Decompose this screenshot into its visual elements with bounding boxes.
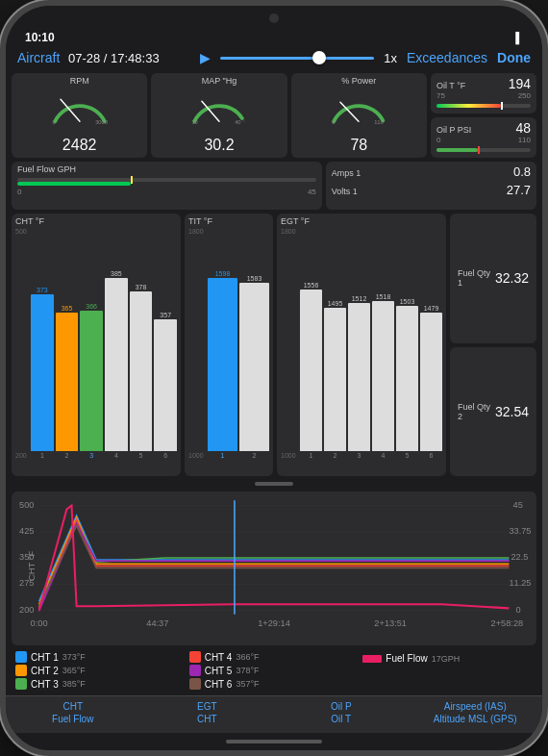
cht6-label: CHT 6 xyxy=(205,679,233,690)
tab-airspeed-alt[interactable]: Airspeed (IAS)Altitude MSL (GPS) xyxy=(409,700,543,725)
fuel-qty1-value: 32.32 xyxy=(495,270,529,286)
fuel-qty2-label: Fuel Qty 2 xyxy=(458,402,495,421)
cht-bar-chart: CHT °F 500 200 373 1 xyxy=(12,214,181,476)
svg-text:45: 45 xyxy=(513,499,523,509)
legend-right: Fuel Flow 17GPH xyxy=(362,651,533,690)
main-content: RPM 0 3000 2482 MAP "Hg xyxy=(6,69,542,695)
tab-cht-fuelflow[interactable]: CHTFuel Flow xyxy=(6,700,140,725)
amps-value: 0.8 xyxy=(513,164,531,179)
tab-oilp-oilt-text: Oil POil T xyxy=(331,700,352,725)
amps-volts-metric: Amps 1 0.8 Volts 1 27.7 xyxy=(326,162,536,210)
volts-title: Volts 1 xyxy=(332,187,358,196)
scroll-indicator xyxy=(12,482,536,486)
egt-bar-5: 1503 5 xyxy=(396,228,418,459)
legend-cht5: CHT 5 378°F xyxy=(189,665,360,676)
oil-psi-value: 48 xyxy=(515,120,531,136)
status-icons: ▌ xyxy=(515,32,523,43)
tab-oilp-oilt[interactable]: Oil POil T xyxy=(274,700,409,725)
fuel-qty2-value: 32.54 xyxy=(495,404,529,419)
cht-bar-6: 357 6 xyxy=(154,228,177,459)
flight-date: 07-28 / 17:48:33 xyxy=(37,51,190,65)
cht4-color xyxy=(189,651,201,663)
fuelflow-label: Fuel Flow xyxy=(386,653,427,664)
map-gauge: MAP "Hg 10 40 30.2 xyxy=(151,73,286,158)
time-chart[interactable]: 500 425 350 275 200 CHT °F 45 33.75 22.5… xyxy=(12,491,536,645)
cht-bar-5: 378 5 xyxy=(130,228,153,459)
egt-bar-3: 1512 3 xyxy=(348,228,370,459)
home-bar xyxy=(226,740,322,743)
oil-temp-min: 75 xyxy=(436,91,445,100)
tit-bar-1: 1598 1 xyxy=(208,228,237,459)
oil-temp-gauge: Oil T °F 194 75 250 xyxy=(431,73,536,113)
power-arc: 0 110 xyxy=(325,87,392,125)
cht2-color xyxy=(15,665,27,676)
legend-cht4: CHT 4 366°F xyxy=(189,651,360,663)
tab-cht-fuelflow-text: CHTFuel Flow xyxy=(52,700,93,725)
cht1-unit: 373°F xyxy=(62,652,86,662)
svg-text:0:00: 0:00 xyxy=(31,618,48,628)
egt-chart-title: EGT °F xyxy=(281,216,442,226)
gauges-row: RPM 0 3000 2482 MAP "Hg xyxy=(12,73,536,158)
oil-psi-title: Oil P PSI xyxy=(436,125,471,135)
power-gauge: % Power 0 110 78 xyxy=(291,73,427,158)
legend-fuelflow: Fuel Flow 17GPH xyxy=(362,653,533,664)
device-frame: 10:10 ▌ Aircraft 07-28 / 17:48:33 ▶ 1x E… xyxy=(0,0,548,756)
svg-text:10: 10 xyxy=(191,119,197,125)
cht-bar-3: 366 3 xyxy=(80,228,103,459)
camera xyxy=(269,13,279,23)
playback-slider[interactable] xyxy=(220,57,374,60)
battery-icon: ▌ xyxy=(515,32,523,43)
cht4-unit: 366°F xyxy=(236,652,259,662)
status-time: 10:10 xyxy=(25,31,55,44)
cht2-unit: 365°F xyxy=(62,666,86,675)
screen: 10:10 ▌ Aircraft 07-28 / 17:48:33 ▶ 1x E… xyxy=(6,6,542,750)
svg-text:200: 200 xyxy=(19,605,34,615)
power-value: 78 xyxy=(350,137,367,154)
cht4-label: CHT 4 xyxy=(205,652,233,663)
cht3-color xyxy=(15,678,27,690)
oil-psi-min: 0 xyxy=(436,136,440,144)
tit-bar-2: 1583 2 xyxy=(239,228,269,459)
top-nav: Aircraft 07-28 / 17:48:33 ▶ 1x Exceedanc… xyxy=(6,46,542,69)
play-button[interactable]: ▶ xyxy=(200,50,211,65)
cht-bar-2: 365 2 xyxy=(56,228,79,459)
oil-psi-gauge: Oil P PSI 48 0 110 xyxy=(431,117,536,158)
cht5-label: CHT 5 xyxy=(205,666,233,676)
egt-bar-2: 1495 2 xyxy=(324,228,346,459)
fuel-qty1-box: Fuel Qty 1 32.32 xyxy=(450,214,536,343)
playback-speed: 1x xyxy=(384,51,397,65)
cht-bar-4: 385 4 xyxy=(105,228,128,459)
svg-text:110: 110 xyxy=(375,119,385,125)
svg-text:44:37: 44:37 xyxy=(146,618,168,628)
oil-temp-title: Oil T °F xyxy=(436,81,465,90)
oil-temp-value: 194 xyxy=(509,76,531,91)
fuel-flow-title: Fuel Flow GPH xyxy=(17,164,316,174)
cht1-label: CHT 1 xyxy=(31,652,59,663)
cht-bar-1: 373 1 xyxy=(31,228,54,459)
fuel-flow-min: 0 xyxy=(17,188,21,196)
legend-cht2: CHT 2 365°F xyxy=(15,665,186,676)
done-button[interactable]: Done xyxy=(497,50,531,65)
svg-text:2+58:28: 2+58:28 xyxy=(491,618,524,628)
exceedances-link[interactable]: Exceedances xyxy=(407,50,487,65)
power-title: % Power xyxy=(341,76,376,86)
svg-text:2+13:51: 2+13:51 xyxy=(374,618,407,628)
cht3-label: CHT 3 xyxy=(31,679,59,690)
legend-left2: CHT 4 366°F CHT 5 378°F CHT 6 357°F xyxy=(189,651,360,690)
map-title: MAP "Hg xyxy=(202,76,237,86)
svg-text:CHT °F: CHT °F xyxy=(28,550,37,581)
egt-bar-1: 1556 1 xyxy=(300,228,322,459)
cht5-unit: 378°F xyxy=(236,666,259,675)
svg-text:0: 0 xyxy=(333,119,336,125)
fuel-qty1-label: Fuel Qty 1 xyxy=(458,268,495,288)
legend-section: CHT 1 373°F CHT 2 365°F CHT 3 385°F xyxy=(12,649,536,692)
fuel-qty2-box: Fuel Qty 2 32.54 xyxy=(450,347,536,477)
svg-text:33.75: 33.75 xyxy=(509,526,531,536)
fuel-flow-max: 45 xyxy=(308,188,316,196)
rpm-title: RPM xyxy=(70,76,89,86)
svg-text:3000: 3000 xyxy=(95,119,108,125)
rpm-gauge: RPM 0 3000 2482 xyxy=(12,73,147,158)
tab-egt-cht[interactable]: EGTCHT xyxy=(140,700,275,725)
rpm-arc: 0 3000 xyxy=(46,87,113,125)
svg-text:22.5: 22.5 xyxy=(511,552,528,562)
